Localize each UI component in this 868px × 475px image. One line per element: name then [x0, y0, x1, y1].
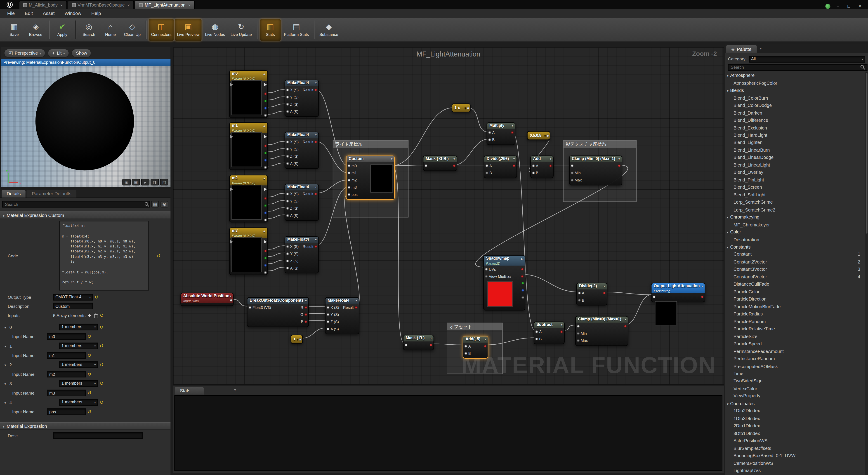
minimize-button[interactable]: −: [834, 4, 842, 9]
grid-view-icon[interactable]: ▦: [151, 201, 159, 208]
palette-item-viewproperty[interactable]: ViewProperty: [725, 392, 865, 400]
collapse-icon[interactable]: ▲: [263, 72, 266, 75]
pin[interactable]: [521, 275, 524, 278]
pin[interactable]: [430, 344, 432, 346]
palette-item-lerp-scratchgrime2[interactable]: Lerp_ScratchGrime2: [725, 206, 865, 214]
pin[interactable]: [465, 345, 467, 347]
pin[interactable]: [286, 88, 289, 91]
palette-item-particlerandom[interactable]: ParticleRandom: [725, 318, 865, 325]
palette-item-particlecolor[interactable]: ParticleColor: [725, 288, 865, 295]
palette-item-constant2vector[interactable]: Constant2Vector2: [725, 258, 865, 266]
pin[interactable]: [513, 164, 515, 167]
close-tab-icon[interactable]: ×: [188, 3, 191, 7]
menu-edit[interactable]: Edit: [20, 11, 38, 16]
pin[interactable]: [286, 214, 289, 217]
pin[interactable]: [264, 204, 267, 207]
pin[interactable]: [264, 218, 267, 221]
palette-item-1dto3dindex[interactable]: 1Dto3DIndex: [725, 415, 865, 422]
tab-parameter-defaults[interactable]: Parameter Defaults: [27, 190, 76, 197]
palette-item-particlerelativetime[interactable]: ParticleRelativeTime: [725, 325, 865, 333]
palette-item-particledirection[interactable]: ParticleDirection: [725, 295, 865, 303]
collapse-icon[interactable]: ▾: [305, 299, 307, 302]
close-button[interactable]: ×: [857, 4, 864, 9]
node-custom[interactable]: Custom▾m0m1m2m3pos: [346, 156, 395, 199]
palette-item-desaturation[interactable]: Desaturation: [725, 236, 865, 243]
palette-item-blend-lighten[interactable]: Blend_Lighten: [725, 139, 865, 147]
pin[interactable]: [305, 313, 307, 316]
collapse-icon[interactable]: ▾: [625, 318, 626, 321]
pin[interactable]: [264, 135, 267, 138]
collapse-icon[interactable]: ▾: [485, 338, 486, 341]
pin[interactable]: [560, 330, 563, 333]
expander-icon[interactable]: ▾: [4, 382, 8, 385]
palette-item-lightmapuvs[interactable]: LightmapUVs: [725, 467, 865, 475]
palette-item-blend-lineardodge[interactable]: Blend_LinearDodge: [725, 154, 865, 161]
category-dropdown[interactable]: All▾: [749, 56, 865, 62]
material-preview-viewport[interactable]: z x ◉▦▸◨◱: [1, 66, 170, 187]
fullscreen-icon[interactable]: ◱: [160, 179, 168, 185]
code-editor[interactable]: float4x4 m; m = float4x4( float4(m0.x, m…: [59, 221, 149, 291]
pin[interactable]: [701, 295, 704, 298]
palette-item-twosidedsign[interactable]: TwoSidedSign: [725, 378, 865, 385]
pin[interactable]: [453, 164, 456, 167]
collapse-icon[interactable]: ▲: [263, 177, 266, 180]
pin[interactable]: [314, 192, 317, 195]
pin[interactable]: [264, 256, 267, 259]
input-name-field[interactable]: [47, 352, 86, 359]
palette-item-vertexcolor[interactable]: VertexColor: [725, 385, 865, 392]
input-name-field[interactable]: [47, 408, 86, 415]
pin[interactable]: [577, 339, 580, 342]
menu-help[interactable]: Help: [86, 11, 106, 16]
palette-item-blend-difference[interactable]: Blend_Difference: [725, 117, 865, 124]
pin[interactable]: [485, 275, 488, 278]
toolbar-stats[interactable]: ▥Stats: [260, 19, 281, 41]
collapse-icon[interactable]: ▾: [315, 238, 317, 241]
palette-item-2dto1dindex[interactable]: 2Dto1DIndex: [725, 422, 865, 430]
node-output-lightattenuation[interactable]: Output LightAttenuationPreviewing▾: [651, 283, 705, 302]
node-makefloat4[interactable]: MakeFloat4▾X (S)ResultY (S)Z (S)A (S): [285, 184, 319, 221]
pin[interactable]: [230, 240, 233, 244]
pin[interactable]: [484, 345, 487, 347]
pin[interactable]: [264, 271, 267, 274]
palette-item-particlespeed[interactable]: ParticleSpeed: [725, 340, 865, 348]
pin[interactable]: [286, 103, 289, 105]
pin[interactable]: [286, 252, 289, 255]
node-0-5-0-5[interactable]: 0.5,0.5▾: [527, 131, 550, 140]
toolbar-home[interactable]: ⌂Home: [100, 19, 121, 41]
collapse-icon[interactable]: ▾: [315, 185, 317, 189]
pin[interactable]: [521, 267, 524, 270]
node-makefloat4[interactable]: MakeFloat4▾X (S)ResultY (S)Z (S)A (S): [285, 236, 319, 273]
palette-item-mf-chromakeyer[interactable]: MF_Chromakeyer: [725, 221, 865, 228]
section-material-expression[interactable]: ▾Material Expression: [0, 422, 170, 430]
node-m0[interactable]: m0Param (0,0,0,0)▲: [229, 70, 268, 118]
collapse-icon[interactable]: ▲: [263, 124, 266, 127]
palette-search-input[interactable]: [728, 64, 867, 70]
play-icon[interactable]: ▸: [141, 179, 149, 185]
section-material-expression-custom[interactable]: ▾Material Expression Custom: [0, 212, 170, 219]
pin[interactable]: [264, 159, 267, 161]
palette-item-blend-linearburn[interactable]: Blend_LinearBurn: [725, 147, 865, 154]
palette-item-distancecullfade[interactable]: DistanceCullFade: [725, 281, 865, 288]
palette-item-blend-colordodge[interactable]: Blend_ColorDodge: [725, 102, 865, 109]
desc-field[interactable]: [53, 432, 143, 439]
reset-icon[interactable]: ↺: [100, 381, 103, 386]
material-graph-canvas[interactable]: MF_LightAttenuation Zoom -2 MATERIAL FUN…: [173, 47, 724, 385]
pin[interactable]: [327, 313, 329, 316]
collapse-icon[interactable]: ▲: [520, 257, 523, 260]
members-dropdown[interactable]: 1 members▾: [59, 343, 98, 349]
pin[interactable]: [264, 106, 267, 109]
collapse-icon[interactable]: ▾: [454, 157, 455, 161]
reset-icon[interactable]: ↺: [100, 400, 103, 405]
pin[interactable]: [264, 99, 267, 102]
input-name-field[interactable]: [47, 333, 86, 340]
tab-palette[interactable]: ◉Palette: [726, 45, 756, 53]
node-m3[interactable]: m3Param (0,0,0,0)▲: [229, 227, 268, 275]
members-dropdown[interactable]: 1 members▾: [59, 324, 98, 330]
node-breakoutfloat3components[interactable]: BreakOutFloat3Components▾Float3 (V3)RGB: [247, 297, 309, 327]
pin[interactable]: [230, 135, 233, 138]
node-divide-256[interactable]: Divide(,256)▾AB: [484, 156, 517, 178]
palette-item-blend-softlight[interactable]: Blend_SoftLight: [725, 191, 865, 199]
reset-icon[interactable]: ↺: [100, 343, 103, 348]
pin[interactable]: [571, 179, 574, 181]
collapse-icon[interactable]: ▾: [430, 337, 432, 340]
